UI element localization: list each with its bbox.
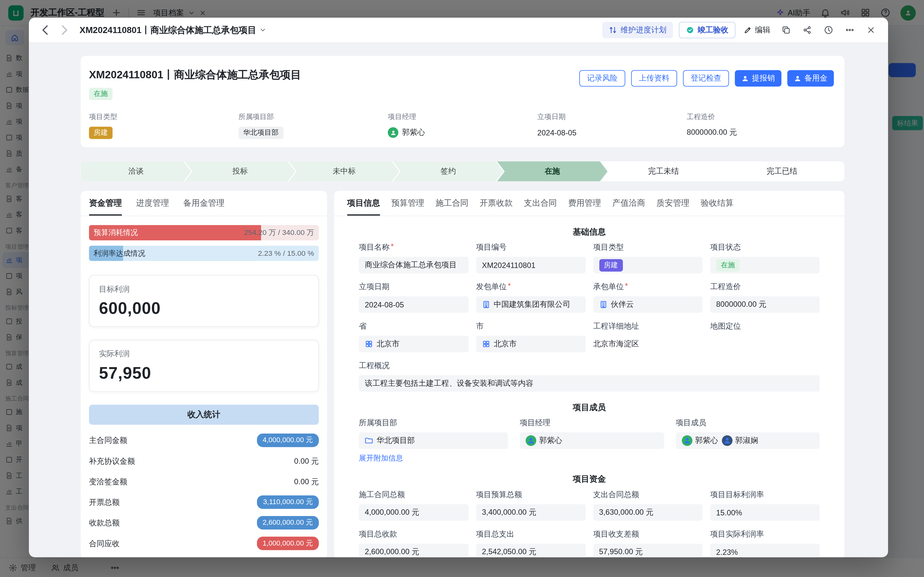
form-field-value[interactable]: 3,630,000.00 元 <box>593 504 703 521</box>
form-field: 工程详细地址北京市海淀区 <box>593 321 703 352</box>
chevron-down-icon[interactable] <box>260 27 266 34</box>
screen: ⊔ 开发工作区-工程型 项目档案 AI助手 数项数据看板项项项质备客户管理客客客… <box>0 0 924 577</box>
solid-action-button[interactable]: 备用金 <box>787 70 834 86</box>
outline-action-button[interactable]: 上传资料 <box>631 70 677 86</box>
stepper-step[interactable]: 完工已结 <box>719 161 844 181</box>
money-row-badge: 1,000,000.00 元 <box>257 537 319 550</box>
form-field-value[interactable]: 3,400,000.00 元 <box>476 504 585 521</box>
label-text: 地图定位 <box>710 321 741 332</box>
form-field-value[interactable]: 北京市 <box>359 336 468 352</box>
value-text: XM2024110801 <box>482 261 535 269</box>
label-text: 工程概况 <box>359 360 389 371</box>
target-profit-value: 600,000 <box>99 299 308 318</box>
form-field-value[interactable]: 郭紫心郭淑娴 <box>676 432 820 449</box>
record-title-text: XM2024110801丨商业综合体施工总承包项目 <box>80 24 256 35</box>
summary-field: 立项日期2024-08-05 <box>537 112 687 139</box>
form-field-value[interactable]: 华北项目部 <box>359 432 508 449</box>
form-field-value[interactable]: 2024-08-05 <box>359 296 468 313</box>
close-modal-icon[interactable] <box>863 23 879 38</box>
panel-tab[interactable]: 预算管理 <box>391 191 424 216</box>
maintain-schedule-button[interactable]: 维护进度计划 <box>602 22 673 38</box>
label-text: 承包单位 <box>593 281 624 292</box>
status-tag: 在施 <box>89 88 112 100</box>
copy-icon[interactable] <box>779 23 794 38</box>
person: 郭紫心 <box>526 435 562 446</box>
summary-field-label: 所属项目部 <box>239 112 388 122</box>
more-actions-icon[interactable] <box>842 23 858 38</box>
project-summary-card: XM2024110801丨商业综合体施工总承包项目 在施 记录风险上传资料登记检… <box>81 56 844 147</box>
form-field: 项目总收款2,600,000.00 元 <box>359 529 468 557</box>
form-field-value[interactable]: 2.23% <box>710 544 820 557</box>
stepper-step[interactable]: 在施 <box>497 161 608 181</box>
form-field-label: 工程详细地址 <box>593 321 703 332</box>
modal-body: XM2024110801丨商业综合体施工总承包项目 在施 记录风险上传资料登记检… <box>29 43 888 557</box>
form-field-label: 项目目标利润率 <box>710 489 820 500</box>
history-icon[interactable] <box>821 23 836 38</box>
person-icon <box>793 74 801 82</box>
avatar <box>722 435 732 446</box>
form-field-label: 发包单位* <box>476 281 585 292</box>
form-field-value[interactable]: 房建 <box>593 257 703 273</box>
form-field-value[interactable]: 8000000.00 元 <box>710 296 820 313</box>
form-field: 工程造价8000000.00 元 <box>710 281 820 313</box>
stepper-step[interactable]: 签约 <box>393 161 503 181</box>
outline-action-button[interactable]: 登记检查 <box>683 70 729 86</box>
panel-tab[interactable]: 开票收款 <box>480 191 513 216</box>
completion-acceptance-button[interactable]: 竣工验收 <box>679 22 735 38</box>
sort-icon <box>609 26 617 34</box>
form-field-value[interactable]: 北京市 <box>476 336 585 352</box>
form-field-label: 项目总收款 <box>359 529 468 540</box>
label-text: 工程造价 <box>710 281 741 292</box>
outline-action-button[interactable]: 记录风险 <box>579 70 625 86</box>
form-field-value[interactable]: 伙伴云 <box>593 296 703 313</box>
form-field-value[interactable]: 57,950.00 元 <box>593 544 703 557</box>
avatar <box>388 127 398 138</box>
modal-header: XM2024110801丨商业综合体施工总承包项目 维护进度计划 竣工验收 编辑 <box>29 18 888 43</box>
profit-progress-label: 利润率达成情况 <box>89 248 145 258</box>
form-field: 立项日期2024-08-05 <box>359 281 468 313</box>
money-row: 变洽签金额0.00 元 <box>89 471 319 492</box>
share-icon[interactable] <box>800 23 815 38</box>
panel-tab[interactable]: 施工合同 <box>435 191 468 216</box>
required-asterisk: * <box>508 281 511 292</box>
panel-tab[interactable]: 费用管理 <box>568 191 601 216</box>
form-field-value[interactable]: 中国建筑集团有限公司 <box>476 296 585 313</box>
panel-tab[interactable]: 备用金管理 <box>183 191 224 216</box>
income-stats-button[interactable]: 收入统计 <box>89 405 319 425</box>
back-icon[interactable] <box>38 23 52 37</box>
stepper-step[interactable]: 未中标 <box>289 161 399 181</box>
value-text: 伙伴云 <box>611 299 634 310</box>
form-field: 所属项目部华北项目部展开附加信息 <box>359 417 508 463</box>
money-row-badge: 2,600,000.00 元 <box>257 516 319 530</box>
record-title[interactable]: XM2024110801丨商业综合体施工总承包项目 <box>80 24 266 35</box>
form-field-value[interactable]: XM2024110801 <box>476 257 585 273</box>
form-field-value[interactable]: 该工程主要包括土建工程、设备安装和调试等内容 <box>359 375 820 392</box>
form-field-value[interactable]: 15.00% <box>710 504 820 521</box>
panel-tab[interactable]: 验收结算 <box>701 191 734 216</box>
panel-tab[interactable]: 支出合同 <box>524 191 557 216</box>
panel-tab[interactable]: 进度管理 <box>136 191 169 216</box>
money-row-label: 补充协议金额 <box>89 456 135 466</box>
expand-extra-info-link[interactable]: 展开附加信息 <box>359 453 403 463</box>
forward-icon[interactable] <box>57 23 71 37</box>
form-field-value[interactable]: 郭紫心 <box>520 432 664 449</box>
panel-tab[interactable]: 产值洽商 <box>612 191 645 216</box>
form-field-value[interactable]: 2,600,000.00 元 <box>359 544 468 557</box>
stepper-step[interactable]: 完工未结 <box>601 161 726 181</box>
summary-field: 工程造价8000000.00 元 <box>687 112 836 139</box>
stepper-step[interactable]: 投标 <box>185 161 295 181</box>
form-field-value[interactable]: 在施 <box>710 257 820 273</box>
edit-button[interactable]: 编辑 <box>743 25 770 35</box>
form-field-label: 市 <box>476 321 585 332</box>
panel-tab[interactable]: 资金管理 <box>89 191 122 216</box>
stepper-step[interactable]: 洽谈 <box>81 161 191 181</box>
form-field: 地图定位 <box>710 321 820 352</box>
region-icon <box>482 340 490 348</box>
form-field: 承包单位*伙伴云 <box>593 281 703 313</box>
form-field-value[interactable]: 2,542,050.00 元 <box>476 544 585 557</box>
solid-action-button[interactable]: 提报销 <box>735 70 782 86</box>
form-field-value[interactable]: 4,000,000.00 元 <box>359 504 468 521</box>
panel-tab[interactable]: 项目信息 <box>347 191 380 216</box>
form-field-value[interactable]: 商业综合体施工总承包项目 <box>359 257 468 273</box>
panel-tab[interactable]: 质安管理 <box>656 191 690 216</box>
